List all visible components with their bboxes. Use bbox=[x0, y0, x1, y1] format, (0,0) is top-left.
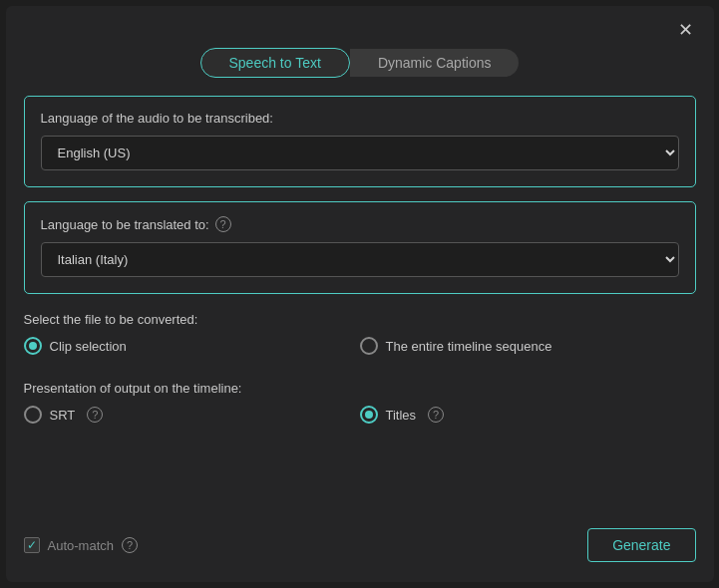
file-selection-section: Select the file to be converted: Clip se… bbox=[24, 308, 696, 359]
radio-entire-timeline-label: The entire timeline sequence bbox=[386, 339, 552, 354]
tab-speech-to-text[interactable]: Speech to Text bbox=[200, 48, 350, 78]
audio-language-section: Language of the audio to be transcribed:… bbox=[24, 96, 696, 187]
audio-language-select[interactable]: English (US) English (UK) Spanish French… bbox=[41, 136, 679, 170]
radio-entire-timeline-circle[interactable] bbox=[360, 337, 378, 355]
translation-language-label: Language to be translated to: ? bbox=[41, 216, 679, 232]
titles-help-icon[interactable]: ? bbox=[428, 407, 444, 423]
audio-language-label: Language of the audio to be transcribed: bbox=[41, 111, 679, 126]
radio-clip-selection[interactable]: Clip selection bbox=[24, 337, 360, 355]
translation-help-icon[interactable]: ? bbox=[215, 216, 231, 232]
radio-titles-circle[interactable] bbox=[360, 406, 378, 424]
radio-titles[interactable]: Titles ? bbox=[360, 406, 696, 424]
title-bar: ✕ bbox=[6, 6, 714, 48]
radio-entire-timeline[interactable]: The entire timeline sequence bbox=[360, 337, 696, 355]
dialog: ✕ Speech to Text Dynamic Captions Langua… bbox=[6, 6, 714, 582]
generate-button[interactable]: Generate bbox=[587, 528, 695, 562]
radio-clip-selection-label: Clip selection bbox=[50, 339, 127, 354]
file-selection-label: Select the file to be converted: bbox=[24, 312, 696, 327]
translation-language-select[interactable]: None English (US) Spanish French German … bbox=[41, 242, 679, 277]
tab-dynamic-captions[interactable]: Dynamic Captions bbox=[350, 49, 520, 77]
auto-match-group: Auto-match ? bbox=[24, 537, 138, 553]
radio-titles-label: Titles bbox=[386, 408, 417, 423]
auto-match-label: Auto-match bbox=[48, 538, 114, 553]
presentation-label: Presentation of output on the timeline: bbox=[24, 381, 696, 396]
auto-match-help-icon[interactable]: ? bbox=[122, 537, 138, 553]
footer: Auto-match ? Generate bbox=[24, 514, 696, 562]
translation-language-section: Language to be translated to: ? None Eng… bbox=[24, 201, 696, 294]
tab-strip: Speech to Text Dynamic Captions bbox=[6, 48, 714, 78]
radio-srt-label: SRT bbox=[50, 408, 76, 423]
presentation-section: Presentation of output on the timeline: … bbox=[24, 377, 696, 428]
auto-match-checkbox[interactable] bbox=[24, 537, 40, 553]
presentation-radio-group: SRT ? Titles ? bbox=[24, 406, 696, 424]
radio-srt-circle[interactable] bbox=[24, 406, 42, 424]
close-button[interactable]: ✕ bbox=[674, 18, 698, 42]
srt-help-icon[interactable]: ? bbox=[87, 407, 103, 423]
radio-clip-selection-circle[interactable] bbox=[24, 337, 42, 355]
file-selection-radio-group: Clip selection The entire timeline seque… bbox=[24, 337, 696, 355]
radio-srt[interactable]: SRT ? bbox=[24, 406, 360, 424]
